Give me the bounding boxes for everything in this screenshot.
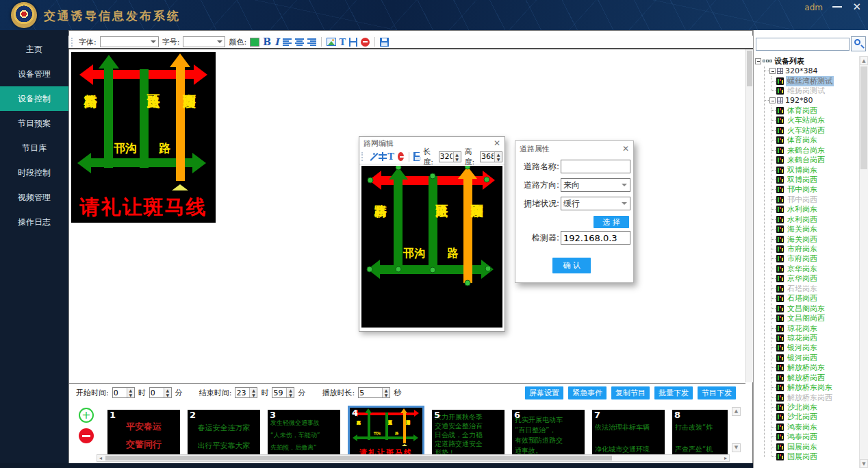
collapse-icon[interactable]	[769, 68, 776, 74]
schedule-action-button[interactable]: 批量下发	[654, 386, 693, 399]
step-down-icon[interactable]: ▼	[383, 393, 390, 397]
control-point[interactable]	[430, 173, 436, 179]
device-node[interactable]: 国展岗西	[768, 452, 859, 462]
scrollbar-thumb[interactable]	[860, 66, 867, 169]
close-icon[interactable]: ✕	[494, 138, 500, 148]
select-detector-button[interactable]: 选 择	[593, 216, 629, 228]
program-thumbnail[interactable]: 2春运安全连万家出行平安靠大家	[188, 410, 260, 456]
device-node[interactable]: 双博岗东	[768, 165, 859, 175]
length-stepper[interactable]: ▲▼	[439, 151, 461, 162]
device-node[interactable]: 解放桥岗东	[768, 363, 859, 373]
device-node[interactable]: 市府岗西	[768, 254, 859, 264]
device-node[interactable]: 维扬岗测试	[768, 86, 859, 95]
device-node[interactable]: 琼花岗西	[768, 333, 859, 343]
height-input[interactable]	[481, 152, 494, 162]
device-node[interactable]: 火车站岗东	[768, 116, 859, 125]
device-node[interactable]: 来鹤台岗东	[768, 145, 859, 155]
delete-icon[interactable]	[398, 152, 404, 161]
end-hour-stepper[interactable]: ▲▼	[235, 387, 257, 398]
device-node[interactable]: 石塔岗西	[768, 294, 859, 304]
bold-icon[interactable]: B	[263, 36, 271, 47]
device-node[interactable]: 体育岗西	[768, 106, 859, 115]
step-down-icon[interactable]: ▼	[495, 157, 502, 162]
schedule-action-button[interactable]: 紧急事件	[568, 386, 607, 399]
insert-image-icon[interactable]	[327, 38, 336, 46]
program-thumbnail[interactable]: 5大力开展秋冬季交通安全整治百日会战，全力稳定道路交通安全形势！	[432, 410, 505, 456]
control-point[interactable]	[368, 177, 374, 184]
device-node[interactable]: 海关岗东	[768, 224, 859, 234]
control-point[interactable]	[485, 265, 492, 271]
device-node[interactable]: 沙北岗西	[768, 412, 859, 422]
fit-width-icon[interactable]	[349, 38, 357, 47]
dialog-titlebar[interactable]: 道路属性 ✕	[515, 141, 633, 156]
control-point[interactable]	[367, 267, 373, 273]
device-node[interactable]: 海关岗西	[768, 234, 859, 244]
program-thumbnail[interactable]: 3发生轻微交通事故“人未伤，车能动”先拍照，后撤离”	[268, 410, 340, 456]
remove-program-button[interactable]	[79, 428, 94, 443]
add-program-button[interactable]: +	[79, 408, 94, 423]
control-point[interactable]	[395, 267, 401, 273]
device-node[interactable]: 京华岗东	[768, 264, 859, 273]
color-swatch[interactable]	[250, 38, 259, 47]
align-center-icon[interactable]	[295, 38, 304, 46]
sidebar-item[interactable]: 视频管理	[0, 185, 68, 210]
start-hour-input[interactable]	[113, 388, 127, 397]
italic-icon[interactable]: I	[275, 36, 279, 47]
collapse-icon[interactable]	[755, 58, 761, 64]
device-node[interactable]: 琼花岗东	[768, 323, 859, 333]
toolbar-grip[interactable]	[361, 152, 363, 161]
device-group[interactable]: 320*384	[761, 66, 859, 75]
device-node[interactable]: 螺丝湾桥测试	[768, 76, 859, 86]
device-node[interactable]: 水利岗东	[768, 205, 859, 214]
sidebar-item[interactable]: 设备管理	[0, 62, 68, 86]
duration-stepper[interactable]: ▲▼	[358, 387, 390, 398]
scrollbar-thumb[interactable]	[747, 51, 752, 86]
road-direction-select[interactable]: 来向	[561, 178, 630, 192]
device-node[interactable]: 体育岗东	[768, 136, 859, 145]
crosshair-icon[interactable]	[379, 152, 384, 161]
sidebar-item[interactable]: 主页	[0, 37, 68, 62]
device-node[interactable]: 解放桥东岗东	[768, 382, 859, 392]
tree-root[interactable]: 设备列表	[755, 56, 859, 66]
traffic-sign-preview[interactable]: 高桥路史可法路瘦西湖路邗沟路请礼让斑马线	[71, 52, 216, 223]
minimize-icon[interactable]	[832, 6, 842, 8]
step-up-icon[interactable]: ▲	[250, 388, 257, 393]
device-node[interactable]: 鸿泰岗东	[768, 422, 859, 432]
device-node[interactable]: 解放桥岗西	[768, 373, 859, 382]
save-icon[interactable]	[413, 152, 420, 161]
playlist-vertical-scrollbar[interactable]: ▲▼	[732, 407, 741, 452]
start-minute-stepper[interactable]: ▲▼	[149, 387, 172, 398]
close-icon[interactable]: ✕	[622, 144, 629, 153]
sidebar-item[interactable]: 操作日志	[0, 210, 68, 234]
logged-in-user[interactable]: adm	[804, 3, 823, 12]
device-node[interactable]: 邗中岗西	[768, 195, 859, 204]
font-family-dropdown[interactable]	[100, 36, 159, 47]
detector-input[interactable]	[561, 231, 630, 245]
step-up-icon[interactable]: ▲	[164, 388, 171, 393]
device-node[interactable]: 银河岗西	[768, 353, 859, 362]
device-node[interactable]: 水利岗西	[768, 214, 859, 224]
step-up-icon[interactable]: ▲	[127, 388, 134, 393]
scrollbar-thumb[interactable]	[105, 456, 612, 460]
scroll-up-icon[interactable]: ▲	[860, 56, 868, 65]
insert-text-icon[interactable]: T	[340, 38, 346, 47]
start-hour-stepper[interactable]: ▲▼	[112, 387, 135, 398]
congestion-select[interactable]: 缓行	[561, 197, 630, 210]
insert-text-icon[interactable]: T	[387, 152, 394, 161]
control-point[interactable]	[430, 267, 436, 273]
device-node[interactable]: 邗中岗东	[768, 185, 859, 195]
device-node[interactable]: 沙北岗东	[768, 402, 859, 412]
confirm-button[interactable]: 确 认	[552, 258, 591, 273]
save-icon[interactable]	[380, 38, 389, 47]
align-right-icon[interactable]	[307, 38, 316, 46]
end-minute-input[interactable]	[272, 388, 286, 397]
step-up-icon[interactable]: ▲	[383, 388, 390, 393]
search-button[interactable]	[851, 36, 866, 51]
step-up-icon[interactable]: ▲	[495, 152, 502, 157]
control-point[interactable]	[484, 176, 490, 182]
schedule-action-button[interactable]: 节目下发	[698, 386, 736, 399]
step-up-icon[interactable]: ▲	[454, 152, 461, 157]
schedule-action-button[interactable]: 复制节目	[611, 386, 650, 399]
step-down-icon[interactable]: ▼	[127, 393, 134, 397]
delete-icon[interactable]	[361, 38, 370, 47]
